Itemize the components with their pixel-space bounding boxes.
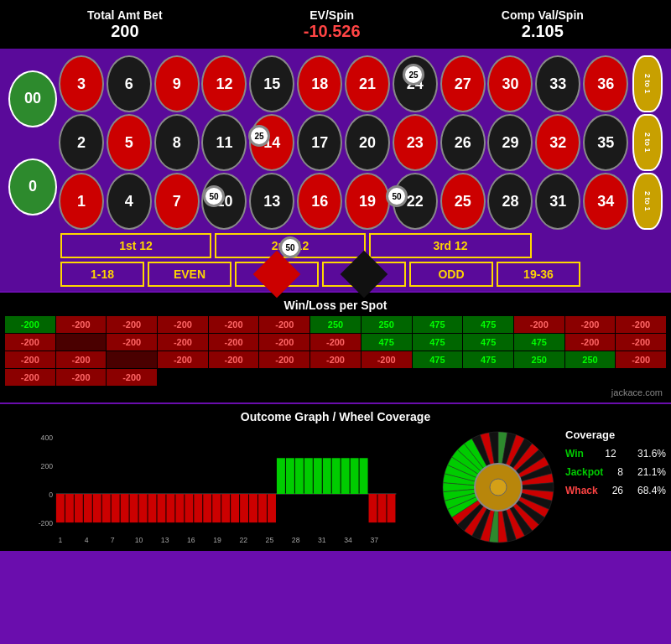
bar-chart: 147101316192225283134374002000-200	[5, 428, 431, 546]
number-13[interactable]: 13	[249, 173, 294, 230]
bet-black[interactable]	[322, 262, 406, 287]
wl-cell-r0-c6: 250	[362, 316, 412, 333]
svg-rect-46	[314, 458, 322, 494]
number-34[interactable]: 34	[583, 173, 628, 230]
chip-50-doz2[interactable]: 50	[279, 236, 301, 258]
wl-cell-r0-c0: -200	[56, 316, 107, 333]
svg-rect-53	[377, 494, 386, 522]
bet-19-36[interactable]: 19-36	[497, 262, 580, 287]
svg-rect-50	[351, 458, 359, 494]
wl-cell-r1-c3: -200	[259, 334, 309, 351]
comp-val-section: Comp Val/Spin 2.105	[502, 8, 584, 41]
wl-cell-r1-c0: -200	[107, 334, 157, 351]
number-8[interactable]: 8	[154, 114, 200, 171]
number-26[interactable]: 26	[440, 114, 486, 171]
number-4[interactable]: 4	[107, 173, 152, 230]
side-2to1-mid[interactable]: 2 to 1	[632, 114, 663, 171]
comp-val-label: Comp Val/Spin	[502, 8, 584, 22]
number-7[interactable]: 7	[154, 173, 200, 230]
svg-rect-32	[185, 494, 193, 522]
svg-rect-29	[157, 494, 165, 522]
coverage-win-label: Win	[565, 448, 584, 460]
number-6[interactable]: 6	[107, 55, 152, 112]
number-17[interactable]: 17	[297, 114, 342, 171]
number-25[interactable]: 25	[440, 173, 486, 230]
number-20[interactable]: 20	[345, 114, 390, 171]
coverage-win-count: 12	[605, 448, 616, 460]
side-2to1-bot[interactable]: 2 to 1	[632, 173, 663, 230]
svg-rect-23	[102, 494, 111, 522]
number-33[interactable]: 33	[535, 55, 580, 112]
number-9[interactable]: 9	[154, 55, 200, 112]
bet-red[interactable]	[235, 262, 319, 287]
number-18[interactable]: 18	[297, 55, 342, 112]
bet-1-18[interactable]: 1-18	[60, 262, 144, 287]
bet-even[interactable]: EVEN	[148, 262, 231, 287]
wl-cell-r0-c2: -200	[158, 316, 208, 333]
svg-rect-38	[240, 494, 248, 522]
number-27[interactable]: 27	[440, 55, 486, 112]
number-36[interactable]: 36	[583, 55, 628, 112]
number-32[interactable]: 32	[535, 114, 580, 171]
dozen-2nd[interactable]: 2nd 12 50	[215, 233, 366, 258]
coverage-whack-count: 26	[612, 485, 623, 496]
number-15[interactable]: 15	[249, 55, 294, 112]
chip-25-row0col8[interactable]: 25	[403, 64, 424, 86]
roulette-table: 00 0 36912151821242730333625811141720232…	[0, 49, 671, 291]
wheel-svg	[440, 428, 557, 546]
outside-row: 1-18 EVEN ODD 19-36	[8, 262, 663, 287]
chip-50-row2col8[interactable]: 50	[386, 185, 408, 207]
bet-odd[interactable]: ODD	[409, 262, 493, 287]
svg-rect-31	[175, 494, 184, 522]
bar-chart-svg: 147101316192225283134374002000-200	[5, 428, 431, 546]
roulette-grid: 00 0 36912151821242730333625811141720232…	[8, 55, 663, 230]
svg-text:7: 7	[111, 536, 115, 544]
coverage-win-row: Win 12 31.6%	[565, 446, 666, 461]
number-19[interactable]: 19	[345, 173, 390, 230]
chip-50-row2col4[interactable]: 50	[203, 185, 225, 207]
number-21[interactable]: 21	[345, 55, 390, 112]
wl-cell-r0-c5: 250	[310, 316, 361, 333]
wl-cell-r2-c8: 250	[565, 351, 616, 368]
side-column: 2 to 1 2 to 1 2 to 1	[632, 55, 663, 230]
wl-cell-r2-c1: -200	[209, 351, 259, 368]
dozen-1st[interactable]: 1st 12	[60, 233, 211, 258]
number-23[interactable]: 23	[393, 114, 438, 171]
number-28[interactable]: 28	[487, 173, 533, 230]
svg-rect-33	[194, 494, 202, 522]
svg-rect-35	[212, 494, 221, 522]
number-29[interactable]: 29	[487, 114, 533, 171]
jackace-label: jackace.com	[5, 387, 666, 397]
dozen-3rd[interactable]: 3rd 12	[369, 233, 532, 258]
number-30[interactable]: 30	[487, 55, 533, 112]
svg-point-56	[490, 479, 507, 496]
number-3[interactable]: 3	[59, 55, 104, 112]
svg-rect-43	[286, 458, 294, 494]
single-zero[interactable]: 0	[8, 158, 57, 216]
number-16[interactable]: 16	[297, 173, 342, 230]
side-2to1-top[interactable]: 2 to 1	[632, 55, 663, 112]
double-zero[interactable]: 00	[8, 70, 57, 127]
number-31[interactable]: 31	[535, 173, 580, 230]
number-5[interactable]: 5	[107, 114, 152, 171]
number-12[interactable]: 12	[201, 55, 247, 112]
number-2[interactable]: 2	[59, 114, 104, 171]
svg-text:1: 1	[58, 536, 62, 544]
wheel-container	[440, 428, 557, 546]
win-loss-section: Win/Loss per Spot -200-200-200-200-200-2…	[0, 293, 671, 402]
svg-rect-19	[65, 494, 74, 522]
svg-text:16: 16	[187, 536, 195, 544]
zero-column: 00 0	[8, 55, 57, 230]
number-1[interactable]: 1	[59, 173, 104, 230]
wl-cell-r0-c3: -200	[209, 316, 259, 333]
wl-cell-r1-c5: 475	[362, 334, 412, 351]
chip-25-row1col5[interactable]: 25	[248, 125, 270, 147]
number-35[interactable]: 35	[583, 114, 628, 171]
number-11[interactable]: 11	[201, 114, 247, 171]
svg-rect-24	[112, 494, 120, 522]
svg-text:0: 0	[49, 491, 53, 499]
svg-text:13: 13	[161, 536, 169, 544]
svg-rect-36	[221, 494, 230, 522]
total-amt-bet-label: Total Amt Bet	[87, 8, 162, 22]
svg-text:37: 37	[370, 536, 378, 544]
